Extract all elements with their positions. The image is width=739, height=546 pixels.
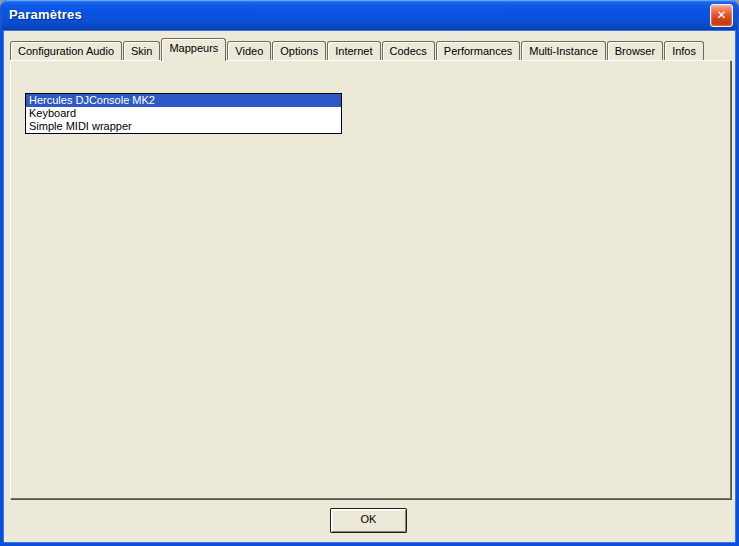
ok-label: OK (361, 513, 377, 525)
tab-internet[interactable]: Internet (327, 41, 380, 60)
tab-browser[interactable]: Browser (607, 41, 663, 60)
tab-infos[interactable]: Infos (664, 41, 704, 60)
settings-dialog: Paramètres ✕ Configuration AudioSkinMapp… (0, 0, 739, 546)
mapper-dropdown-item[interactable]: Simple MIDI wrapper (26, 120, 341, 133)
mapper-dropdown-item[interactable]: Hercules DJConsole MK2 (26, 94, 341, 107)
tab-performances[interactable]: Performances (436, 41, 520, 60)
tab-codecs[interactable]: Codecs (382, 41, 435, 60)
title-bar[interactable]: Paramètres ✕ (0, 0, 739, 30)
tab-configuration-audio[interactable]: Configuration Audio (10, 41, 122, 60)
mapper-dropdown-item[interactable]: Keyboard (26, 107, 341, 120)
tab-skin[interactable]: Skin (123, 41, 160, 60)
window-title: Paramètres (9, 7, 82, 22)
tab-options[interactable]: Options (272, 41, 326, 60)
close-icon: ✕ (716, 8, 726, 22)
tab-video[interactable]: Video (227, 41, 271, 60)
ok-button[interactable]: OK (330, 508, 407, 533)
tab-multi-instance[interactable]: Multi-Instance (521, 41, 605, 60)
tab-strip: Configuration AudioSkinMappeursVideoOpti… (10, 38, 705, 60)
close-button[interactable]: ✕ (710, 4, 733, 27)
mapper-dropdown-list[interactable]: Hercules DJConsole MK2KeyboardSimple MID… (25, 93, 342, 134)
tab-mappeurs[interactable]: Mappeurs (161, 38, 226, 61)
